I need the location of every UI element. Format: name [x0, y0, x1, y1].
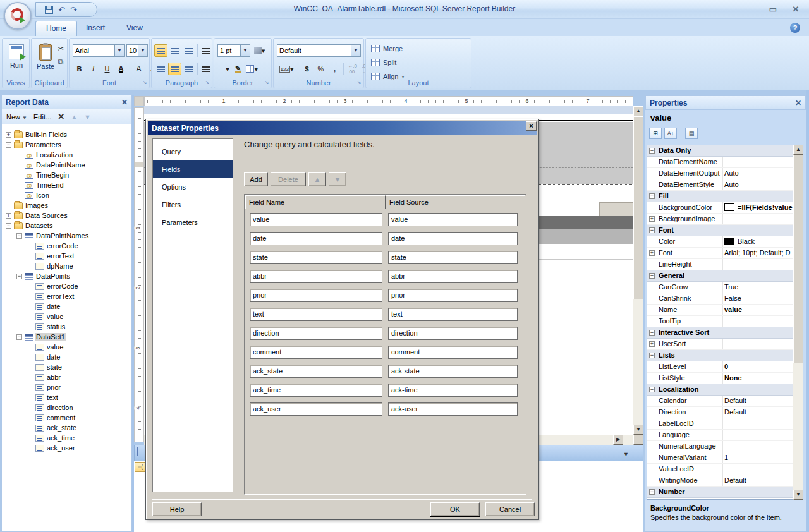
expand-icon[interactable]: +	[6, 132, 11, 138]
close-icon[interactable]: ✕	[795, 99, 801, 107]
tree-item[interactable]: value	[2, 342, 131, 353]
font-color-button[interactable]: A	[114, 63, 128, 75]
categorized-view-icon[interactable]: ⊞	[649, 128, 662, 139]
thousands-separator-button[interactable]: ,	[328, 63, 341, 75]
tree-item[interactable]: TimeEnd	[2, 181, 131, 191]
property-row-tooltip[interactable]: ToolTip	[647, 316, 795, 327]
field-name-input[interactable]: prior	[250, 289, 382, 302]
property-value[interactable]: True	[724, 283, 794, 291]
tree-item[interactable]: direction	[2, 403, 131, 413]
minimize-button[interactable]: _	[743, 5, 757, 15]
close-button[interactable]: ✕	[789, 5, 803, 15]
property-section-general[interactable]: −General	[647, 270, 795, 282]
property-value[interactable]: value	[724, 306, 794, 313]
move-field-down-button[interactable]: ▼	[329, 172, 346, 186]
border-width-combo[interactable]: 1 pt▼	[217, 44, 250, 57]
split-button[interactable]: Split	[371, 56, 396, 69]
align-right-button[interactable]	[182, 63, 195, 75]
property-section-font[interactable]: −Font	[647, 225, 795, 236]
property-section-data-only[interactable]: −Data Only	[647, 145, 795, 157]
property-row-usersort[interactable]: +UserSort	[647, 339, 795, 350]
property-row-numeralvariant[interactable]: NumeralVariant1	[647, 452, 795, 464]
move-field-up-button[interactable]: ▲	[308, 172, 326, 186]
font-size-combo[interactable]: 10▼	[126, 44, 148, 57]
collapse-icon[interactable]: −	[649, 273, 655, 279]
tree-item[interactable]: +Data Sources	[2, 211, 131, 221]
tree-item[interactable]: state	[2, 363, 131, 373]
property-value[interactable]: Default	[724, 397, 794, 404]
property-row-lineheight[interactable]: LineHeight	[647, 259, 795, 270]
currency-button[interactable]: $	[300, 63, 313, 75]
dialog-tab-fields[interactable]: Fields	[153, 160, 233, 178]
field-source-input[interactable]: abbr	[388, 270, 518, 283]
collapse-icon[interactable]: −	[649, 193, 655, 199]
property-row-labellocid[interactable]: LabelLocID	[647, 418, 795, 430]
property-row-backgroundcolor[interactable]: BackgroundColor=IIF(Fields!value	[647, 202, 795, 214]
tree-item[interactable]: prior	[2, 383, 131, 393]
collapse-icon[interactable]: −	[16, 233, 22, 239]
chevron-down-icon[interactable]: ▼	[623, 451, 629, 457]
field-source-input[interactable]: state	[388, 251, 518, 264]
expand-icon[interactable]: +	[649, 250, 655, 256]
scroll-up-icon[interactable]: ▲	[793, 145, 803, 155]
field-name-input[interactable]: ack_time	[250, 384, 382, 397]
tree-item[interactable]: date	[2, 302, 131, 312]
dialog-tab-parameters[interactable]: Parameters	[153, 214, 233, 231]
field-source-input[interactable]: prior	[388, 289, 518, 302]
field-source-input[interactable]: comment	[388, 346, 518, 359]
dialog-tab-filters[interactable]: Filters	[153, 196, 233, 214]
bold-button[interactable]: B	[73, 63, 86, 75]
percent-button[interactable]: %	[314, 63, 327, 75]
tree-item[interactable]: status	[2, 322, 131, 332]
new-menu-button[interactable]: New ▼	[6, 113, 27, 121]
tree-item[interactable]: ack_user	[2, 444, 131, 454]
chevron-down-icon[interactable]: ▼	[114, 45, 124, 56]
tab-insert[interactable]: Insert	[76, 21, 115, 36]
tree-item[interactable]: Localization	[2, 150, 131, 160]
chevron-down-icon[interactable]: ▼	[240, 45, 250, 56]
close-icon[interactable]: ✕	[121, 98, 128, 107]
chevron-down-icon[interactable]: ▼	[351, 45, 360, 56]
field-source-input[interactable]: ack-time	[388, 384, 518, 397]
tree-item[interactable]: ack_time	[2, 433, 131, 444]
expand-icon[interactable]: +	[649, 216, 655, 222]
align-top-button[interactable]	[154, 44, 167, 57]
number-format-combo[interactable]: Default▼	[277, 44, 361, 57]
line-style-button[interactable]: —▾	[217, 63, 231, 75]
chevron-down-icon[interactable]: ▼	[138, 45, 147, 56]
field-name-input[interactable]: state	[250, 251, 382, 264]
property-value[interactable]: Default	[724, 408, 794, 416]
property-row-liststyle[interactable]: ListStyleNone	[647, 373, 795, 384]
ok-button[interactable]: OK	[430, 502, 480, 516]
field-name-input[interactable]: comment	[250, 346, 382, 359]
property-row-valuelocid[interactable]: ValueLocID	[647, 464, 795, 475]
application-button[interactable]	[4, 2, 32, 30]
tree-item[interactable]: errorText	[2, 251, 131, 262]
help-icon[interactable]: ?	[790, 23, 800, 33]
field-source-input[interactable]: text	[388, 308, 518, 321]
property-value[interactable]: =IIF(Fields!value	[724, 203, 794, 211]
field-name-input[interactable]: ack_user	[250, 402, 382, 416]
property-value[interactable]: Default	[724, 476, 794, 484]
cancel-button[interactable]: Cancel	[485, 502, 535, 516]
align-left-button[interactable]	[154, 63, 167, 75]
tablix-corner-handle[interactable]	[599, 202, 633, 216]
field-name-input[interactable]: text	[250, 308, 382, 321]
property-section-lists[interactable]: −Lists	[647, 350, 795, 361]
property-row-backgroundimage[interactable]: +BackgroundImage	[647, 214, 795, 225]
number-format-123-button[interactable]: 123▾	[277, 63, 296, 75]
property-row-calendar[interactable]: CalendarDefault	[647, 396, 795, 407]
borders-button[interactable]: ▾	[245, 63, 259, 75]
increase-decimals-button[interactable]: ←.0.00	[346, 63, 359, 75]
property-row-font[interactable]: +FontArial; 10pt; Default; D	[647, 248, 795, 259]
property-pages-icon[interactable]: ▤	[685, 128, 698, 139]
collapse-icon[interactable]: −	[649, 227, 655, 233]
cut-button[interactable]: ✂	[54, 43, 67, 55]
property-row-dataelementname[interactable]: DataElementName	[647, 157, 795, 168]
collapse-icon[interactable]: −	[649, 353, 655, 358]
property-value[interactable]: Arial; 10pt; Default; D	[724, 249, 794, 257]
italic-button[interactable]: I	[87, 63, 100, 75]
property-row-dataelementoutput[interactable]: DataElementOutputAuto	[647, 168, 795, 179]
decrease-indent-button[interactable]	[200, 44, 213, 57]
tree-item[interactable]: Icon	[2, 191, 131, 201]
